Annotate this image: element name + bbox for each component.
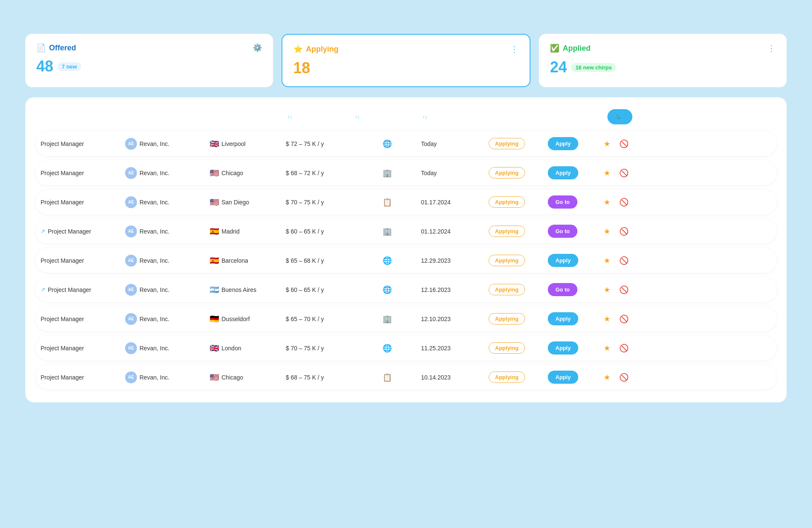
cell-conditions: 🌐 xyxy=(353,344,421,353)
cell-hide[interactable]: 🚫 xyxy=(615,373,632,382)
cell-action[interactable]: Apply xyxy=(548,371,599,384)
cell-action[interactable]: Apply xyxy=(548,254,599,267)
goto-button[interactable]: Go to xyxy=(548,283,577,296)
company-avatar: AE xyxy=(125,226,137,237)
cell-company: AE Revan, Inc. xyxy=(125,284,210,296)
cell-action[interactable]: Apply xyxy=(548,166,599,179)
cell-star[interactable]: ★ xyxy=(599,168,615,178)
company-avatar: AE xyxy=(125,371,137,383)
status-badge: Applying xyxy=(489,313,525,324)
card-applied[interactable]: ✅ Applied ⋮ 24 16 new chirps xyxy=(539,34,787,87)
apply-button[interactable]: Apply xyxy=(548,166,578,179)
cell-hide[interactable]: 🚫 xyxy=(615,168,632,178)
cell-action[interactable]: Apply xyxy=(548,312,599,325)
cell-star[interactable]: ★ xyxy=(599,373,615,382)
star-icon[interactable]: ★ xyxy=(604,256,610,265)
apply-button[interactable]: Apply xyxy=(548,341,578,355)
cell-conditions: 📋 xyxy=(353,198,421,207)
cell-company: AE Revan, Inc. xyxy=(125,138,210,150)
card-offered[interactable]: 📄 Offered ⚙️ 48 7 new xyxy=(25,34,273,87)
star-icon[interactable]: ★ xyxy=(604,373,610,382)
cell-salary: $ 68 – 75 K / y xyxy=(286,374,353,381)
cell-action[interactable]: Go to xyxy=(548,195,599,209)
location-flag: 🇬🇧 xyxy=(210,344,219,353)
cell-company: AE Revan, Inc. xyxy=(125,313,210,325)
condition-icon: 🏢 xyxy=(383,227,392,236)
card-icon-applying: ⭐ xyxy=(293,44,303,54)
cell-hide[interactable]: 🚫 xyxy=(615,285,632,294)
hide-icon[interactable]: 🚫 xyxy=(619,168,629,178)
cell-location: 🇺🇸 Chicago xyxy=(210,168,286,178)
cell-conditions: 🏢 xyxy=(353,168,421,178)
card-settings-icon[interactable]: ⚙️ xyxy=(253,43,262,52)
star-icon[interactable]: ★ xyxy=(604,314,610,324)
cell-hide[interactable]: 🚫 xyxy=(615,227,632,236)
cell-star[interactable]: ★ xyxy=(599,314,615,324)
apply-button[interactable]: Apply xyxy=(548,312,578,325)
cell-salary: $ 70 – 75 K / y xyxy=(286,199,353,206)
apply-button[interactable]: Apply xyxy=(548,137,578,150)
star-icon[interactable]: ★ xyxy=(604,344,610,353)
hide-icon[interactable]: 🚫 xyxy=(619,198,629,207)
cell-hide[interactable]: 🚫 xyxy=(615,139,632,148)
hide-icon[interactable]: 🚫 xyxy=(619,227,629,236)
hide-icon[interactable]: 🚫 xyxy=(619,314,629,324)
cell-star[interactable]: ★ xyxy=(599,344,615,353)
card-applying[interactable]: ⭐ Applying ⋮ 18 xyxy=(282,34,531,87)
cell-location: 🇺🇸 Chicago xyxy=(210,373,286,382)
cell-company: AE Revan, Inc. xyxy=(125,342,210,354)
apply-button[interactable]: Apply xyxy=(548,254,578,267)
cell-pub-date: Today xyxy=(421,170,489,176)
goto-button[interactable]: Go to xyxy=(548,225,577,238)
cell-position: Project Manager xyxy=(41,140,125,147)
cell-conditions: 🏢 xyxy=(353,227,421,236)
cell-company: AE Revan, Inc. xyxy=(125,196,210,208)
conditions-sort-icon[interactable]: ↑↓ xyxy=(355,114,360,119)
status-badge: Applying xyxy=(489,371,525,383)
cell-hide[interactable]: 🚫 xyxy=(615,314,632,324)
goto-button[interactable]: Go to xyxy=(548,195,577,209)
cell-status: Applying xyxy=(489,284,548,295)
cell-company: AE Revan, Inc. xyxy=(125,371,210,383)
chirp-all-button[interactable]: 🐦 xyxy=(607,109,632,124)
condition-icon: 🌐 xyxy=(383,285,392,294)
star-icon[interactable]: ★ xyxy=(604,285,610,294)
cell-hide[interactable]: 🚫 xyxy=(615,256,632,265)
cell-action[interactable]: Go to xyxy=(548,225,599,238)
hide-icon[interactable]: 🚫 xyxy=(619,373,629,382)
status-badge: Applying xyxy=(489,196,525,208)
cell-salary: $ 68 – 72 K / y xyxy=(286,170,353,176)
star-icon[interactable]: ★ xyxy=(604,139,610,148)
cell-star[interactable]: ★ xyxy=(599,285,615,294)
cell-star[interactable]: ★ xyxy=(599,227,615,236)
cell-hide[interactable]: 🚫 xyxy=(615,198,632,207)
cell-star[interactable]: ★ xyxy=(599,139,615,148)
hide-icon[interactable]: 🚫 xyxy=(619,256,629,265)
col-conditions: ↑↓ xyxy=(353,114,421,119)
col-salary: ↑↓ xyxy=(286,114,353,119)
star-icon[interactable]: ★ xyxy=(604,227,610,236)
hide-icon[interactable]: 🚫 xyxy=(619,285,629,294)
hide-icon[interactable]: 🚫 xyxy=(619,139,629,148)
pubdate-sort-icon[interactable]: ↑↓ xyxy=(423,114,427,119)
cell-action[interactable]: Apply xyxy=(548,137,599,150)
salary-sort-icon[interactable]: ↑↓ xyxy=(287,114,292,119)
cell-star[interactable]: ★ xyxy=(599,198,615,207)
cell-star[interactable]: ★ xyxy=(599,256,615,265)
cell-status: Applying xyxy=(489,342,548,354)
star-icon[interactable]: ★ xyxy=(604,198,610,207)
cell-action[interactable]: Go to xyxy=(548,283,599,296)
cell-action[interactable]: Apply xyxy=(548,341,599,355)
card-menu-icon-applying[interactable]: ⋮ xyxy=(510,44,519,54)
star-icon[interactable]: ★ xyxy=(604,168,610,178)
cell-company: AE Revan, Inc. xyxy=(125,226,210,237)
location-flag: 🇺🇸 xyxy=(210,198,219,207)
condition-icon: 🏢 xyxy=(383,314,392,324)
table-row: Project Manager AE Revan, Inc. 🇺🇸 Chicag… xyxy=(36,160,776,185)
hide-icon[interactable]: 🚫 xyxy=(619,344,629,353)
cell-salary: $ 65 – 70 K / y xyxy=(286,316,353,322)
cell-hide[interactable]: 🚫 xyxy=(615,344,632,353)
card-menu-icon-applied[interactable]: ⋮ xyxy=(767,43,776,53)
cell-conditions: 🏢 xyxy=(353,314,421,324)
apply-button[interactable]: Apply xyxy=(548,371,578,384)
